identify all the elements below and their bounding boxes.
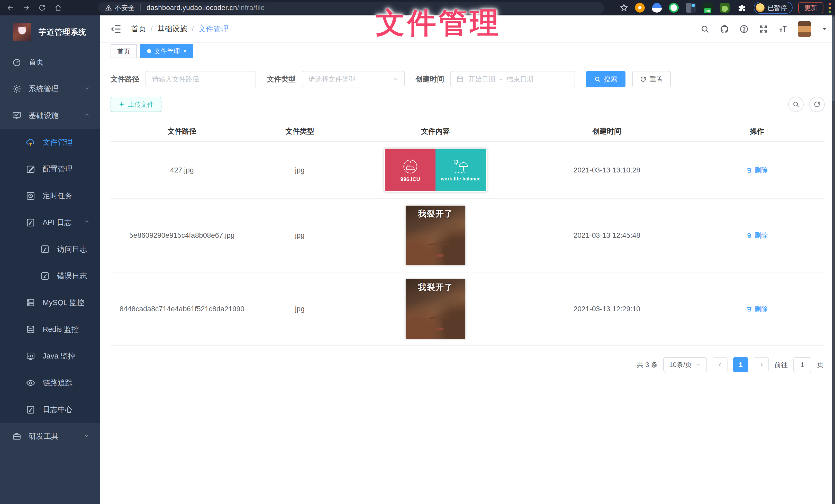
tag-home[interactable]: 首页 xyxy=(110,44,137,58)
sidebar-item-8[interactable]: 错误日志 xyxy=(0,262,100,289)
font-size-icon[interactable] xyxy=(778,24,788,34)
menu-item-label: 链路追踪 xyxy=(43,378,73,388)
file-path-field[interactable] xyxy=(145,71,256,87)
close-icon[interactable]: × xyxy=(183,48,187,54)
upload-file-button[interactable]: 上传文件 xyxy=(110,97,161,112)
menu-item-icon xyxy=(26,324,36,334)
cell-created-time: 2021-03-13 12:29:10 xyxy=(525,298,689,320)
search-icon[interactable] xyxy=(700,24,710,34)
sidebar-item-9[interactable]: MySQL 监控 xyxy=(0,289,100,316)
extensions-puzzle-icon[interactable] xyxy=(737,3,747,13)
caret-down-icon[interactable] xyxy=(821,26,828,33)
breadcrumb-home[interactable]: 首页 xyxy=(131,24,146,34)
trash-icon xyxy=(746,167,752,173)
date-range-picker[interactable]: 开始日期 - 结束日期 xyxy=(450,71,575,87)
meme-mouth xyxy=(436,328,444,331)
not-secure-warning[interactable]: 不安全 xyxy=(105,3,135,12)
fullscreen-icon[interactable] xyxy=(759,24,768,34)
active-dot xyxy=(147,49,151,53)
extension-icon[interactable] xyxy=(720,3,730,13)
menu-item-icon xyxy=(26,298,36,308)
search-form: 文件路径 文件类型 请选择文件类型 创建时间 开始日期 xyxy=(110,71,825,87)
sidebar-item-7[interactable]: 访问日志 xyxy=(0,236,100,262)
extension-icon[interactable] xyxy=(652,3,662,13)
browser-menu-icon[interactable] xyxy=(829,3,831,13)
sidebar-item-2[interactable]: 基础设施 xyxy=(0,102,100,129)
sidebar-item-0[interactable]: 首页 xyxy=(0,49,100,76)
sidebar-item-12[interactable]: 链路追踪 xyxy=(0,370,100,396)
browser-reload-icon[interactable] xyxy=(37,2,48,13)
menu-item-label: 系统管理 xyxy=(29,84,59,94)
table-row: 5e8609290e915c4fa8b08e67.jpg jpg 我裂开了 20… xyxy=(110,199,825,272)
menu-item-label: Java 监控 xyxy=(43,351,75,361)
delete-button[interactable]: 删除 xyxy=(746,166,768,175)
address-bar[interactable]: 不安全 dashboard.yudao.iocoder.cn/infra/fil… xyxy=(98,2,604,14)
cell-file-path: 8448cada8c714e4ab61f521c8da21990 xyxy=(110,298,253,320)
help-icon[interactable] xyxy=(739,24,749,34)
sidebar-item-14[interactable]: 研发工具 xyxy=(0,423,100,450)
extension-on-icon[interactable] xyxy=(703,3,713,13)
file-preview-996icu[interactable]: 996.ICU work-life balance xyxy=(384,149,487,192)
extension-icon[interactable] xyxy=(686,3,696,13)
file-table: 文件路径 文件类型 文件内容 创建时间 操作 427.jpg jpg 996.I… xyxy=(110,121,825,346)
delete-button[interactable]: 删除 xyxy=(746,231,768,240)
collapse-menu-icon[interactable] xyxy=(110,23,122,35)
page-size-select[interactable]: 10条/页 xyxy=(663,357,707,372)
scrollbar-thumb[interactable] xyxy=(832,17,834,101)
file-preview-meme[interactable]: 我裂开了 xyxy=(406,279,465,339)
browser-forward-icon[interactable] xyxy=(21,2,32,13)
breadcrumb-infra[interactable]: 基础设施 xyxy=(157,24,187,34)
sidebar-item-4[interactable]: 配置管理 xyxy=(0,156,100,183)
browser-home-icon[interactable] xyxy=(53,2,64,13)
sidebar-item-5[interactable]: 定时任务 xyxy=(0,183,100,209)
cell-file-type: jpg xyxy=(253,225,346,246)
table-toolbar: 上传文件 xyxy=(110,97,825,112)
menu-item-label: 基础设施 xyxy=(29,110,59,121)
bookmark-star-icon[interactable] xyxy=(619,3,628,12)
refresh-table-button[interactable] xyxy=(809,97,825,112)
sidebar-item-13[interactable]: 日志中心 xyxy=(0,396,100,423)
goto-label: 前往 xyxy=(774,360,788,369)
file-type-select[interactable]: 请选择文件类型 xyxy=(302,71,405,87)
search-button[interactable]: 搜索 xyxy=(586,71,626,87)
sidebar-logo[interactable]: 芋道管理系统 xyxy=(0,16,100,49)
extension-icon[interactable] xyxy=(635,3,645,13)
col-file-content: 文件内容 xyxy=(346,121,525,141)
total-count: 共 3 条 xyxy=(637,360,658,369)
menu-item-icon xyxy=(12,84,22,94)
prev-page-button[interactable] xyxy=(713,357,728,372)
github-icon[interactable] xyxy=(720,24,729,34)
extension-icon[interactable] xyxy=(669,3,679,13)
meme-mouth xyxy=(436,254,444,257)
delete-button[interactable]: 删除 xyxy=(746,304,768,314)
file-path-input[interactable] xyxy=(152,75,249,83)
col-created-time: 创建时间 xyxy=(525,121,689,141)
scrollbar[interactable] xyxy=(832,16,835,504)
menu-item-icon xyxy=(40,271,50,281)
file-preview-meme[interactable]: 我裂开了 xyxy=(406,206,465,265)
menu-item-icon xyxy=(26,218,36,228)
menu-item-icon xyxy=(40,245,50,254)
page-1-button[interactable]: 1 xyxy=(733,357,748,372)
menu-item-icon xyxy=(26,191,36,201)
goto-page-input[interactable] xyxy=(793,357,811,372)
toggle-search-button[interactable] xyxy=(788,97,803,112)
chevron-down-icon xyxy=(695,362,701,368)
sidebar-item-3[interactable]: 文件管理 xyxy=(0,129,100,156)
browser-profile-chip[interactable]: 已暂停 xyxy=(754,2,793,14)
sidebar-item-11[interactable]: Java 监控 xyxy=(0,343,100,370)
reset-button[interactable]: 重置 xyxy=(632,71,671,87)
sidebar-item-1[interactable]: 系统管理 xyxy=(0,76,100,102)
next-page-button[interactable] xyxy=(754,357,769,372)
browser-back-icon[interactable] xyxy=(5,2,16,13)
tag-file-management[interactable]: 文件管理 × xyxy=(140,44,193,58)
menu-item-icon xyxy=(26,405,36,415)
chevron-left-icon xyxy=(717,362,723,368)
browser-update-button[interactable]: 更新 xyxy=(798,2,823,13)
sidebar-menu: 首页 系统管理 基础设施 文件管理 配置管理 定时任务 API 日志 访问日志 … xyxy=(0,49,100,450)
user-avatar[interactable] xyxy=(798,21,811,37)
table-header-row: 文件路径 文件类型 文件内容 创建时间 操作 xyxy=(110,121,825,142)
url-text[interactable]: dashboard.yudao.iocoder.cn/infra/file xyxy=(146,4,265,12)
sidebar-item-10[interactable]: Redis 监控 xyxy=(0,316,100,343)
sidebar-item-6[interactable]: API 日志 xyxy=(0,209,100,236)
